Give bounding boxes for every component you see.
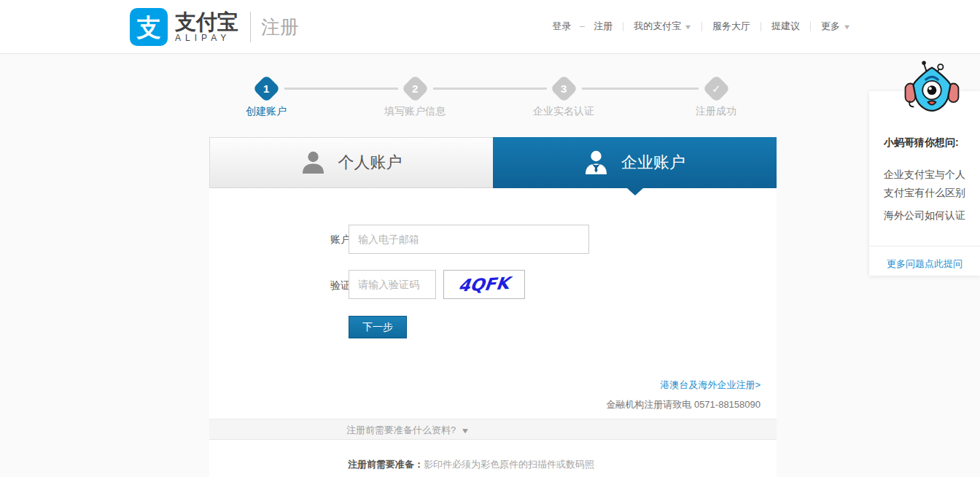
business-person-icon <box>584 150 608 175</box>
nav-register-link[interactable]: 注册 <box>594 20 612 33</box>
step-4-check-icon: ✓ <box>702 74 730 102</box>
prepare-note-label: 注册前需要准备： <box>348 459 424 470</box>
captcha-image[interactable]: 4QFK <box>443 270 525 299</box>
nav-dash-divider <box>580 26 585 27</box>
alipay-register-page: 支 支付宝 ALIPAY 注册 登录 注册 我的支付宝▼ 服务大厅 提建议 更多… <box>0 0 980 477</box>
tab-enterprise-label: 企业账户 <box>621 152 685 174</box>
step-verify: 3 企业实名认证 <box>513 69 615 118</box>
tab-personal-label: 个人账户 <box>338 152 402 174</box>
account-type-tabs: 个人账户 企业账户 <box>209 137 777 188</box>
nav-service-hall-link[interactable]: 服务大厅 <box>712 20 750 33</box>
logo-divider <box>250 12 251 42</box>
header-bar: 支 支付宝 ALIPAY 注册 登录 注册 我的支付宝▼ 服务大厅 提建议 更多… <box>0 0 980 54</box>
top-nav: 登录 注册 我的支付宝▼ 服务大厅 提建议 更多▼ <box>552 20 850 33</box>
nav-my-alipay-menu[interactable]: 我的支付宝▼ <box>634 20 691 33</box>
captcha-input[interactable] <box>349 270 436 299</box>
alipay-logo[interactable]: 支 支付宝 ALIPAY 注册 <box>130 8 299 46</box>
step-3-label: 企业实名认证 <box>513 105 615 118</box>
next-step-button[interactable]: 下一步 <box>349 316 407 338</box>
finance-phone-note: 金融机构注册请致电 0571-88158090 <box>606 398 761 411</box>
progress-steps: 1 创建账户 2 填写账户信息 3 企业实名认证 ✓ 注册成功 <box>209 69 777 120</box>
step-4-label: 注册成功 <box>665 105 767 118</box>
step-3-badge: 3 <box>550 74 578 102</box>
overseas-register-link[interactable]: 港澳台及海外企业注册> <box>660 379 761 392</box>
more-questions-link[interactable]: 更多问题点此提问 <box>869 257 980 271</box>
nav-login-link[interactable]: 登录 <box>552 20 571 33</box>
step-success: ✓ 注册成功 <box>665 69 767 118</box>
prepare-materials-toggle[interactable]: 注册前需要准备什么资料?▼ <box>209 419 777 440</box>
step-fill-info: 2 填写账户信息 <box>364 69 466 118</box>
tab-personal-account[interactable]: 个人账户 <box>209 137 493 188</box>
nav-more-menu[interactable]: 更多▼ <box>821 20 850 33</box>
step-2-label: 填写账户信息 <box>364 105 466 118</box>
active-tab-notch <box>627 188 643 195</box>
faq-link-overseas-verify[interactable]: 海外公司如何认证 <box>884 209 965 222</box>
account-name-input[interactable] <box>349 225 589 254</box>
step-2-badge: 2 <box>401 74 429 102</box>
tab-enterprise-account[interactable]: 企业账户 <box>493 137 777 188</box>
nav-separator <box>761 22 761 31</box>
step-1-badge: 1 <box>252 74 280 102</box>
sidebar-divider <box>869 246 980 247</box>
step-create-account: 1 创建账户 <box>215 69 317 118</box>
step-1-label: 创建账户 <box>215 105 317 118</box>
nav-separator <box>623 22 623 31</box>
captcha-code: 4QFK <box>458 274 511 295</box>
mascot-robot-icon <box>902 58 962 117</box>
caret-down-icon: ▼ <box>843 23 852 31</box>
prepare-toggle-text: 注册前需要准备什么资料?▼ <box>346 424 469 437</box>
caret-down-icon: ▼ <box>684 23 693 31</box>
faq-link-difference[interactable]: 企业支付宝与个人支付宝有什么区别 <box>884 166 970 202</box>
register-panel: 个人账户 企业账户 账户名 验证码 4QFK 下一步 港澳台及海外企业注册> 金… <box>209 137 777 477</box>
prepare-note-text: 影印件必须为彩色原件的扫描件或数码照 <box>424 459 594 470</box>
alipay-logo-icon: 支 <box>130 8 168 46</box>
page-title: 注册 <box>261 15 299 40</box>
nav-separator <box>701 22 702 31</box>
caret-down-icon: ▼ <box>461 427 470 435</box>
sidebar-title: 小蚂哥猜你想问: <box>884 136 959 150</box>
nav-separator <box>810 22 811 31</box>
person-icon <box>301 151 325 174</box>
nav-suggestion-link[interactable]: 提建议 <box>771 20 800 33</box>
brand-name-en: ALIPAY <box>175 33 230 43</box>
prepare-note: 注册前需要准备：影印件必须为彩色原件的扫描件或数码照 <box>348 458 594 471</box>
brand-name: 支付宝 <box>175 11 238 33</box>
help-sidebar: 小蚂哥猜你想问: 企业支付宝与个人支付宝有什么区别 海外公司如何认证 更多问题点… <box>869 91 980 276</box>
brand-text: 支付宝 ALIPAY <box>175 11 238 44</box>
